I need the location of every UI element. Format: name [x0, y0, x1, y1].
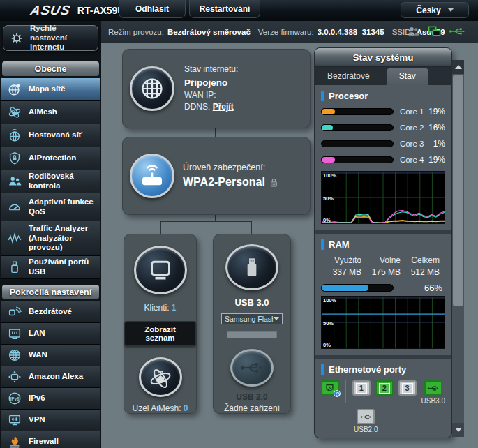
sidebar-item-label: Traffic Analyzer (Analyzátor provozu) [29, 224, 97, 253]
ethernet-section: Ethernetové porty 1 2 3 [315, 359, 451, 438]
sidebar-item-label: AiProtection [29, 154, 76, 163]
internet-globe-icon[interactable] [130, 66, 174, 111]
sidebar-item-qos[interactable]: Adaptivní funkce QoS [1, 193, 100, 221]
sidebar-item-label: IPv6 [29, 394, 45, 403]
cpu-graph-50-label: 50% [323, 195, 334, 202]
ram-free-label: Volné [364, 255, 403, 265]
wireless-icon [6, 304, 24, 320]
router-model: RT-AX59U [77, 5, 125, 16]
port-divider [345, 380, 346, 403]
scroll-up-button[interactable] [452, 60, 464, 74]
sidebar-item-label: Hostovaná síť [29, 130, 82, 140]
ram-free-value: 175 MB [364, 267, 403, 277]
aimesh-node-icon[interactable] [139, 357, 182, 397]
ddns-go-link[interactable]: Přejít [213, 102, 234, 112]
connector-line [251, 221, 252, 234]
core-row: Core 4 19% [321, 155, 445, 165]
ram-graph-0-label: 0% [323, 342, 331, 348]
usb3-label: USB 3.0 [234, 297, 269, 308]
usb2-port-icon[interactable] [230, 349, 274, 387]
router-admin-page: ASUS RT-AX59U Odhlásit Restartování Česk… [0, 0, 478, 448]
sidebar-item-aiprotection[interactable]: AiProtection [1, 147, 100, 170]
sidebar-item-wireless[interactable]: Bezdrátové [1, 301, 100, 323]
clients-card: Klienti: 1 Zobrazit seznam Uzel AiMesh: … [124, 234, 197, 414]
core3-pct: 1% [424, 139, 445, 149]
chevron-up-icon [455, 65, 462, 69]
lan-port-3-indicator: 3 [398, 380, 417, 396]
usb3-drive-icon[interactable] [225, 244, 278, 290]
sidebar-item-label: Firewall [29, 437, 59, 447]
firmware-link[interactable]: 3.0.0.4.388_31345 [318, 28, 384, 36]
ram-used-label: Využito [321, 255, 364, 265]
usb3-port-label: USB3.0 [421, 397, 445, 405]
ram-title: RAM [329, 239, 350, 250]
ram-graph-50-label: 50% [323, 320, 334, 327]
clients-icon[interactable] [407, 25, 421, 38]
cpu-title: Procesor [329, 91, 368, 101]
logout-button[interactable]: Odhlásit [119, 0, 186, 18]
sidebar-item-label: Bezdrátové [29, 307, 72, 317]
wan-ip-line: WAN IP: [184, 89, 238, 101]
router-icon[interactable] [130, 154, 174, 198]
sidebar-item-label: Mapa sítě [29, 84, 65, 94]
tab-status[interactable]: Stav [387, 68, 428, 85]
usb3-port-col: USB3.0 [421, 380, 445, 405]
chevron-down-icon [448, 8, 454, 12]
reboot-button[interactable]: Restartování [189, 0, 260, 18]
ddns-label: DDNS: [184, 102, 210, 112]
security-value: WPA2-Personal [183, 174, 265, 191]
scroll-down-button[interactable] [452, 423, 464, 437]
sidebar-item-firewall[interactable]: Firewall [1, 431, 100, 448]
core4-label: Core 4 [400, 156, 424, 165]
scrollbar-thumb[interactable] [453, 75, 463, 306]
sidebar-item-ipv6[interactable]: IPv6 IPv6 [1, 388, 100, 410]
ethernet-section-header: Ethernetové porty [321, 364, 445, 375]
ethernet-ports-row-2: USB2.0 [354, 409, 445, 433]
sidebar-item-vpn[interactable]: VPN [1, 410, 100, 431]
sidebar-item-lan[interactable]: LAN [1, 323, 100, 345]
sidebar-item-label: VPN [29, 415, 45, 425]
sidebar-item-aimesh[interactable]: AiMesh [1, 101, 100, 124]
core-row: Core 3 1% [321, 139, 445, 149]
sidebar-item-network-map[interactable]: Mapa sítě [1, 78, 100, 101]
view-list-button[interactable]: Zobrazit seznam [124, 321, 196, 346]
aimesh-count: 0 [184, 403, 188, 413]
firmware-label: Verze firmwaru: [258, 28, 314, 36]
sidebar-item-parental-controls[interactable]: Rodičovská kontrola [1, 170, 100, 193]
sidebar-item-guest-network[interactable]: Hostovaná síť [1, 124, 100, 147]
sidebar-item-amazon-alexa[interactable]: Amazon Alexa [1, 366, 100, 388]
lan-port-3-number: 3 [402, 383, 413, 394]
usb2-port-indicator [357, 409, 375, 424]
sidebar-item-usb-application[interactable]: Používání portů USB [1, 256, 100, 279]
quick-internet-setup-button[interactable]: Rychlé nastavení internetu [3, 25, 98, 51]
wan-icon [6, 347, 24, 364]
cpu-section: Procesor Core 1 19% Core 2 16% [315, 85, 451, 230]
core-row: Core 1 19% [321, 107, 445, 117]
panel-scrollbar[interactable] [452, 60, 464, 437]
ram-section-header: RAM [321, 239, 445, 250]
vpn-icon [6, 412, 24, 428]
svg-text:IPv6: IPv6 [10, 396, 20, 401]
status-icons [407, 25, 465, 38]
core2-pct: 16% [424, 123, 445, 133]
cpu-graph-0-label: 0% [323, 217, 331, 223]
core2-fill [322, 125, 333, 130]
wired-client-icon[interactable] [428, 25, 442, 38]
internet-status-card: Stav internetu: Připojeno WAN IP: DDNS: … [122, 49, 311, 128]
core4-fill [322, 157, 335, 163]
sidebar-item-wan[interactable]: WAN [1, 345, 100, 366]
usb-device-icon[interactable] [449, 26, 465, 37]
nav-block: Obecné Mapa sítě [0, 56, 101, 448]
sidebar-item-traffic-analyzer[interactable]: Traffic Analyzer (Analyzátor provozu) [1, 221, 100, 256]
language-select[interactable]: Česky [401, 2, 469, 18]
mode-link[interactable]: Bezdrátový směrovač [167, 28, 251, 36]
usb3-port-indicator [424, 380, 442, 396]
cpu-section-header: Procesor [321, 91, 445, 101]
connector-line [215, 215, 216, 221]
info-text: Režim provozu: Bezdrátový směrovač Verze… [108, 21, 449, 43]
ethernet-title: Ethernetové porty [329, 364, 406, 375]
wan-ip-label: WAN IP: [184, 90, 216, 100]
usb-device-select[interactable]: Samsung Flash I [221, 313, 283, 324]
clients-monitor-icon[interactable] [134, 246, 187, 294]
tab-wireless[interactable]: Bezdrátové [320, 68, 377, 85]
